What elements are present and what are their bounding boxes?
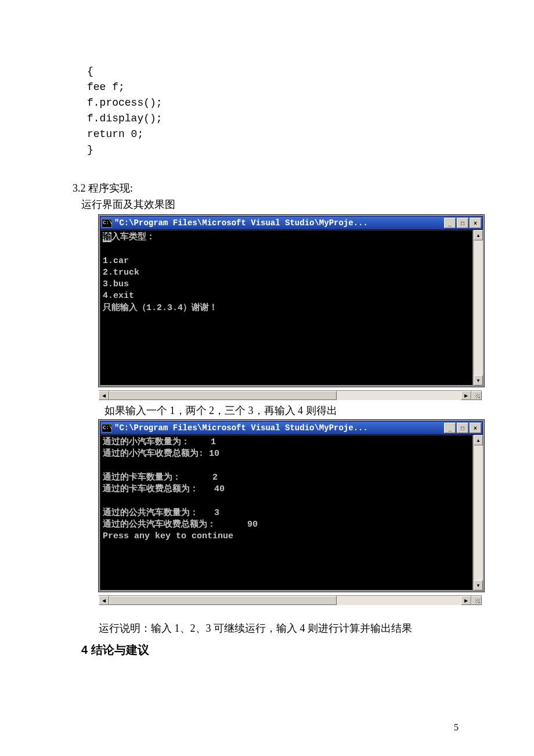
window-title: "C:\Program Files\Microsoft Visual Studi…	[114, 423, 444, 433]
horizontal-scrollbar-2[interactable]: ◀ ▶	[99, 595, 482, 605]
minimize-button[interactable]: _	[444, 218, 456, 228]
vertical-scrollbar[interactable]: ▲ ▼	[473, 230, 483, 386]
section-heading-32: 3.2 程序实现:	[73, 181, 467, 195]
code-line: f.process();	[87, 97, 163, 109]
scroll-track[interactable]	[337, 391, 461, 400]
scroll-track[interactable]	[474, 240, 483, 375]
code-line: {	[87, 66, 93, 77]
scroll-track[interactable]	[474, 445, 483, 580]
console-output[interactable]: 通过的小汽车数量为： 1 通过的小汽车收费总额为: 10 通过的卡车数量为： 2…	[100, 435, 473, 591]
code-line: fee f;	[87, 81, 125, 93]
scroll-right-button[interactable]: ▶	[461, 391, 471, 400]
console-output[interactable]: 输入车类型： 1.car 2.truck 3.bus 4.exit 只能输入（1…	[100, 230, 473, 386]
cmd-icon: C:\	[102, 219, 112, 228]
titlebar[interactable]: C:\ "C:\Program Files\Microsoft Visual S…	[100, 216, 483, 230]
titlebar[interactable]: C:\ "C:\Program Files\Microsoft Visual S…	[100, 421, 483, 435]
mid-description: 如果输入一个 1，两个 2，三个 3，再输入 4 则得出	[104, 404, 467, 417]
scroll-left-button[interactable]: ◀	[99, 391, 109, 400]
code-line: return 0;	[87, 128, 143, 140]
section-subtext: 运行界面及其效果图	[81, 197, 467, 211]
resize-grip[interactable]	[471, 391, 482, 400]
console-window-2: C:\ "C:\Program Files\Microsoft Visual S…	[99, 420, 484, 592]
code-line: }	[87, 144, 93, 156]
maximize-button[interactable]: □	[457, 218, 468, 228]
scroll-up-button[interactable]: ▲	[474, 435, 483, 445]
scroll-track[interactable]	[337, 596, 461, 605]
scroll-down-button[interactable]: ▼	[474, 375, 483, 386]
scroll-right-button[interactable]: ▶	[461, 596, 471, 605]
close-button[interactable]: ×	[470, 218, 481, 228]
code-block: { fee f; f.process(); f.display(); retur…	[87, 64, 467, 158]
page-number: 5	[454, 722, 459, 733]
heading-4: 4 结论与建议	[81, 642, 467, 658]
scroll-left-button[interactable]: ◀	[99, 596, 109, 605]
minimize-button[interactable]: _	[444, 423, 456, 433]
resize-grip[interactable]	[471, 596, 482, 605]
scroll-up-button[interactable]: ▲	[474, 230, 483, 240]
vertical-scrollbar[interactable]: ▲ ▼	[473, 435, 483, 591]
scroll-down-button[interactable]: ▼	[474, 580, 483, 591]
cmd-icon: C:\	[102, 424, 112, 433]
scroll-thumb[interactable]	[109, 391, 337, 400]
horizontal-scrollbar-1[interactable]: ◀ ▶	[99, 390, 482, 400]
scroll-thumb[interactable]	[109, 596, 337, 605]
window-title: "C:\Program Files\Microsoft Visual Studi…	[114, 218, 444, 228]
code-line: f.display();	[87, 113, 163, 124]
close-button[interactable]: ×	[470, 423, 481, 433]
console-window-1: C:\ "C:\Program Files\Microsoft Visual S…	[99, 215, 484, 387]
run-note: 运行说明：输入 1、2、3 可继续运行，输入 4 则进行计算并输出结果	[99, 621, 467, 635]
maximize-button[interactable]: □	[457, 423, 468, 433]
